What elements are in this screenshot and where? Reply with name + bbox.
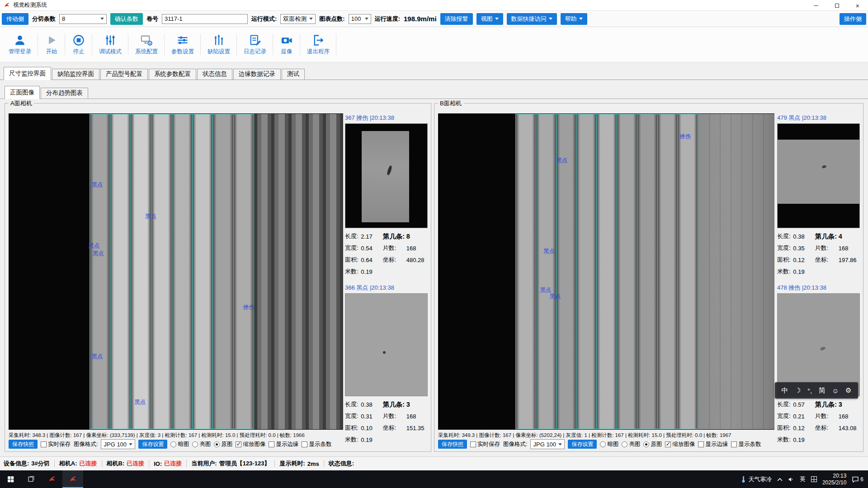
stat-text: 片数: [815, 412, 839, 420]
tray-expand-chevron-icon[interactable] [777, 478, 783, 481]
task-view-icon [27, 475, 35, 483]
minimize-button[interactable] [806, 0, 826, 11]
tab-edge-data-record[interactable]: 边缘数据记录 [233, 69, 281, 80]
stat-text: 第几条: [815, 232, 839, 241]
drive-side-button[interactable]: 传动侧 [2, 13, 28, 25]
show-count-checkbox[interactable] [731, 441, 737, 447]
confirm-count-button[interactable]: 确认条数 [110, 13, 143, 25]
bright-image-label[interactable]: 亮图 [199, 441, 211, 448]
ribbon-button-exit[interactable]: 退出程序 [300, 27, 336, 62]
bright-image-radio[interactable] [192, 441, 198, 447]
chart-points-input[interactable]: 100 [349, 14, 371, 24]
tab-product-model-config[interactable]: 产品型号配置 [100, 69, 148, 80]
ribbon-button-stop[interactable]: 停止 [65, 27, 92, 62]
original-image-label[interactable]: 原图 [651, 441, 662, 448]
tab-defect-monitor[interactable]: 缺陷监控界面 [52, 69, 99, 80]
show-count-label[interactable]: 显示条数 [738, 441, 761, 448]
show-edges-checkbox[interactable] [269, 441, 274, 447]
realtime-save-label[interactable]: 实时保存 [477, 441, 500, 448]
run-mode-select[interactable]: 双面检测 [280, 14, 316, 24]
view-menu-button[interactable]: 视图 [476, 13, 503, 25]
show-count-checkbox[interactable] [302, 441, 307, 447]
image-format-select[interactable]: JPG 100 [530, 439, 565, 449]
ribbon-button-param-settings[interactable]: 参数设置 [165, 27, 201, 62]
show-edges-checkbox[interactable] [698, 441, 704, 447]
dark-image-radio[interactable] [170, 441, 176, 447]
dark-image-label[interactable]: 暗图 [607, 441, 618, 448]
weather-widget[interactable]: 天气寒冷 [741, 475, 772, 483]
image-format-label: 图像格式: [74, 441, 98, 448]
slit-strip-band [617, 114, 637, 429]
operate-side-button[interactable]: 操作侧 [840, 13, 866, 25]
ribbon-button-defect-settings[interactable]: 缺陷设置 [201, 27, 237, 62]
ime-punctuation-toggle[interactable]: °, [807, 387, 812, 394]
save-snapshot-button[interactable]: 保存快照 [9, 440, 38, 449]
taskbar-app-icon[interactable] [42, 470, 62, 488]
defect-stat-row: 长度:0.38第几条:4 [777, 230, 860, 242]
roll-number-input[interactable]: 3117-1 [162, 14, 248, 24]
ime-language-indicator[interactable]: 英 [800, 475, 806, 483]
image-format-select[interactable]: JPG 100 [101, 439, 135, 449]
ribbon-button-capture[interactable]: 提像 [273, 27, 300, 62]
bright-image-radio[interactable] [622, 441, 627, 447]
zoom-image-label[interactable]: 缩放图像 [243, 441, 265, 448]
close-button[interactable]: × [847, 0, 868, 11]
tab-front-image[interactable]: 正面图像 [5, 86, 40, 99]
original-image-label[interactable]: 原图 [221, 441, 232, 448]
realtime-save-checkbox[interactable] [41, 441, 47, 447]
show-edges-label[interactable]: 显示边缘 [276, 441, 298, 448]
volume-icon[interactable] [788, 476, 794, 483]
ime-simplified-toggle[interactable]: 简 [819, 386, 826, 395]
ribbon-button-admin-login[interactable]: 管理登录 [2, 27, 38, 62]
tab-test[interactable]: 测试 [282, 69, 305, 80]
save-settings-button[interactable]: 保存设置 [568, 440, 597, 449]
dark-image-radio[interactable] [600, 441, 606, 447]
save-snapshot-button[interactable]: 保存快照 [438, 440, 467, 449]
ime-settings-gear-icon[interactable]: ⚙ [845, 386, 851, 394]
bright-image-label[interactable]: 亮图 [629, 441, 640, 448]
ribbon-button-start[interactable]: 开始 [38, 27, 65, 62]
ime-moon-icon[interactable]: ☽ [795, 386, 801, 394]
ribbon-button-system-config[interactable]: 系统配置 [128, 27, 165, 62]
zoom-image-checkbox[interactable] [236, 441, 241, 447]
stat-text: 0.57 [793, 401, 815, 408]
data-quick-access-button[interactable]: 数据快捷访问 [507, 13, 557, 25]
zoom-image-label[interactable]: 缩放图像 [672, 441, 695, 448]
ribbon-label: 开始 [46, 48, 57, 56]
realtime-save-label[interactable]: 实时保存 [48, 441, 71, 448]
notification-center-button[interactable]: 6 [852, 476, 863, 483]
ime-lang-toggle[interactable]: 中 [782, 386, 788, 395]
original-image-radio[interactable] [643, 441, 649, 447]
slit-strip-band [172, 114, 192, 429]
tab-trend-chart[interactable]: 分布趋势图表 [41, 88, 88, 99]
ribbon-button-debug-mode[interactable]: 调试模式 [92, 27, 128, 62]
ribbon-button-log[interactable]: 日志记录 [237, 27, 273, 62]
task-view-button[interactable] [21, 470, 42, 488]
start-button[interactable] [0, 470, 21, 488]
show-edges-label[interactable]: 显示边缘 [705, 441, 728, 448]
maximize-button[interactable] [826, 0, 847, 11]
realtime-save-checkbox[interactable] [470, 441, 476, 447]
original-image-radio[interactable] [214, 441, 220, 447]
taskbar-clock[interactable]: 20:13 2025/2/10 [822, 473, 846, 486]
sub-tab-strip: 正面图像 分布趋势图表 [0, 86, 868, 99]
taskbar-app-active[interactable] [62, 470, 83, 488]
roll-number-value: 3117-1 [165, 15, 183, 22]
slit-strip-band [192, 114, 212, 429]
ime-grid-icon[interactable] [811, 476, 817, 482]
save-settings-button[interactable]: 保存设置 [138, 440, 167, 449]
ime-emoji-button[interactable]: ☺ [832, 387, 839, 394]
stop-icon [72, 34, 85, 47]
defect-stats: 长度:0.57第几条:3宽度:0.21片数:168面积:0.12坐标:143.0… [777, 399, 860, 446]
tab-status-info[interactable]: 状态信息 [197, 69, 232, 80]
help-menu-button[interactable]: 帮助 [561, 13, 587, 25]
clear-alarm-button[interactable]: 清除报警 [440, 13, 473, 25]
zoom-image-checkbox[interactable] [665, 441, 671, 447]
dark-image-label[interactable]: 暗图 [178, 441, 189, 448]
show-count-label[interactable]: 显示条数 [309, 441, 331, 448]
ribbon-label: 日志记录 [244, 48, 266, 56]
tab-size-monitor[interactable]: 尺寸监控界面 [4, 67, 51, 80]
tab-system-param-config[interactable]: 系统参数配置 [149, 69, 196, 80]
slit-count-select[interactable]: 8 [59, 14, 107, 24]
slit-strip-band [212, 114, 233, 429]
